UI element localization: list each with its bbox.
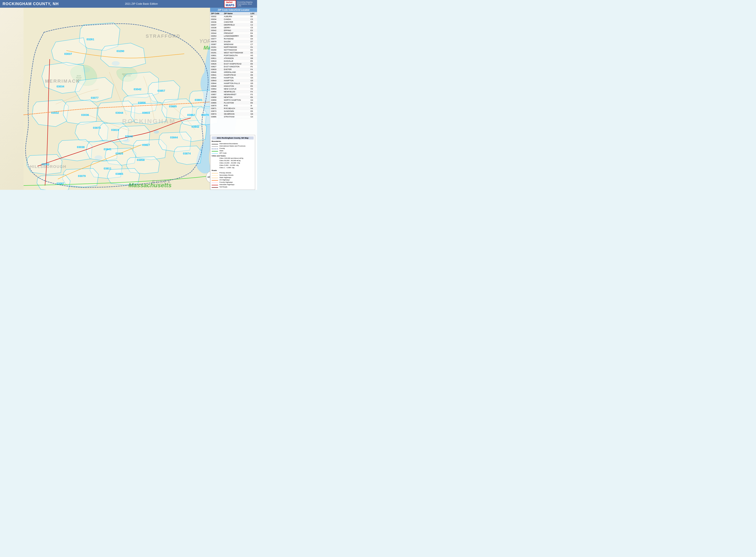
svg-text:03037: 03037: [64, 52, 72, 56]
svg-text:03870: 03870: [201, 113, 209, 117]
svg-text:03053: 03053: [41, 163, 49, 166]
zip-loc-cell: G4: [250, 99, 257, 101]
zip-code-cell: 03034: [210, 18, 223, 21]
table-row: 03874SEABROOKG6: [210, 113, 257, 115]
svg-text:03827: 03827: [142, 143, 150, 147]
zip-loc-cell: E4: [250, 32, 257, 35]
zip-name-cell: NORTH HAMPTON: [223, 99, 250, 101]
zip-name-cell: PLAISTOW: [223, 101, 250, 104]
zip-loc-cell: E2: [250, 49, 257, 51]
legend-us-highways: US Highways: [220, 179, 254, 181]
svg-text:03290: 03290: [117, 50, 124, 53]
zip-loc-cell: D8: [250, 57, 257, 60]
table-row: 03885STRATHAMG4: [210, 115, 257, 118]
zip-name-cell: NOTTINGHAM: [223, 49, 250, 51]
zip-name-cell: ATKINSON: [223, 57, 250, 60]
zip-loc-cell: D4: [250, 37, 257, 40]
legend-state-prov: International States and Provinces: [220, 145, 254, 147]
table-row: 03034CANDIAC3: [210, 18, 257, 21]
legend-item: ZIP Code: [212, 152, 254, 154]
legend-item: Interstate Highways: [212, 184, 254, 185]
table-row: 03819DANVILLEE5: [210, 60, 257, 63]
zip-name-cell: GREENLAND: [223, 71, 250, 74]
zip-loc-cell: G4: [250, 115, 257, 118]
legend-city-100k: Cities 100,000 and Above ●City: [220, 157, 254, 159]
zip-code-cell: 03044: [210, 32, 223, 35]
zip-loc-cell: C5: [250, 26, 257, 29]
page-title: ROCKINGHAM COUNTY, NH: [3, 2, 59, 6]
legend-item: International Boundaries: [212, 143, 254, 145]
zip-code-cell: 03053: [210, 35, 223, 37]
zip-name-cell: DEERFIELD: [223, 24, 250, 26]
zip-code-cell: 03032: [210, 15, 223, 18]
zip-code-cell: 03874: [210, 113, 223, 115]
zip-index-panel: ZIP Code Index/Grid Locator ZIP Code ZIP…: [210, 8, 257, 190]
svg-text:03826: 03826: [115, 152, 123, 155]
logo-area: ⊙arket MAPS Exceeding MappingExpectation…: [224, 0, 255, 8]
table-row: 03826EAST HAMPSTEADE6: [210, 63, 257, 65]
zip-loc-cell: E3: [250, 29, 257, 32]
svg-marker-15: [101, 43, 146, 68]
zip-code-cell: 03037: [210, 24, 223, 26]
legend-roads-title: Roads: [212, 170, 254, 171]
svg-text:03811: 03811: [104, 167, 111, 170]
svg-text:03858: 03858: [137, 158, 145, 162]
zip-code-cell: 03843: [210, 79, 223, 82]
svg-text:ROCKINGHAM: ROCKINGHAM: [122, 118, 176, 125]
zip-name-cell: NEWFIELDS: [223, 90, 250, 93]
legend-item: Cities 50,000 - 99,999 ●City: [212, 159, 254, 162]
zip-name-cell: RYE BEACH: [223, 107, 250, 110]
zip-loc-cell: D7: [250, 40, 257, 43]
svg-marker-22: [63, 100, 97, 124]
legend-primary-streets: Primary Streets: [220, 172, 254, 174]
zip-loc-cell: C7: [250, 43, 257, 46]
zip-name-cell: DANVILLE: [223, 60, 250, 63]
legend-city-1k: Cities 1 - 4,999 ·city: [220, 167, 254, 169]
zip-loc-cell: E5: [250, 60, 257, 63]
table-row: 03843HAMPTONG5: [210, 79, 257, 82]
zip-name-cell: KINGSTON: [223, 85, 250, 88]
svg-text:03079: 03079: [78, 174, 86, 178]
zip-loc-cell: C3: [250, 18, 257, 21]
table-row: 03077RAYMONDD4: [210, 37, 257, 40]
zip-code-cell: 03826: [210, 63, 223, 65]
zip-name-cell: RYE: [223, 104, 250, 107]
zip-loc-cell: C2: [250, 24, 257, 26]
zip-loc-cell: D6: [250, 74, 257, 77]
legend-title: 2021 Rockingham County, NH Map: [212, 137, 254, 140]
table-row: 03873SANDOWND5: [210, 110, 257, 113]
svg-text:03833: 03833: [142, 111, 150, 114]
svg-text:03856: 03856: [138, 101, 146, 104]
legend-intl-boundaries: International Boundaries: [220, 143, 254, 145]
table-row: 03833EXETERF4: [210, 68, 257, 71]
zip-index-header: ZIP Code Index/Grid Locator: [210, 8, 257, 12]
zip-name-cell: CHESTER: [223, 21, 250, 24]
zip-code-cell: 03854: [210, 88, 223, 90]
legend-city-50k: Cities 50,000 - 99,999 ●City: [220, 159, 254, 162]
zip-loc-cell: B6: [250, 35, 257, 37]
legend-item: State Highways: [212, 177, 254, 178]
zip-code-cell: 03840: [210, 71, 223, 74]
zip-code-cell: 03261: [210, 46, 223, 49]
table-row: 03044FREMONTE4: [210, 32, 257, 35]
legend-secondary-streets: Secondary Streets: [220, 174, 254, 176]
zip-code-cell: 03859: [210, 99, 223, 101]
brand-logo: ⊙arket MAPS: [224, 0, 236, 8]
table-row: 03290NOTTINGHAME2: [210, 49, 257, 51]
zip-code-cell: 03038: [210, 26, 223, 29]
table-row: 03032AUBURNB4: [210, 15, 257, 18]
legend-interstate-highways: Interstate Highways: [220, 184, 254, 185]
zip-loc-cell: E6: [250, 101, 257, 104]
zip-table: ZIP Code ZIP Name LOC 03032AUBURNB403034…: [210, 12, 257, 135]
table-row: 03858NEWTONE6: [210, 96, 257, 99]
zip-code-cell: 03873: [210, 110, 223, 113]
legend-item: Cities 5,000 - 24,999 ·city: [212, 164, 254, 166]
table-row: 03261NORTHWOODD1: [210, 46, 257, 49]
zip-name-cell: HAMPSTEAD: [223, 74, 250, 77]
zip-code-cell: 03844: [210, 82, 223, 85]
svg-text:03038: 03038: [77, 145, 85, 149]
legend-item: County: [212, 147, 254, 149]
svg-text:03885: 03885: [169, 105, 177, 108]
zip-code-cell: 03857: [210, 93, 223, 96]
zip-code-cell: 03827: [210, 65, 223, 68]
